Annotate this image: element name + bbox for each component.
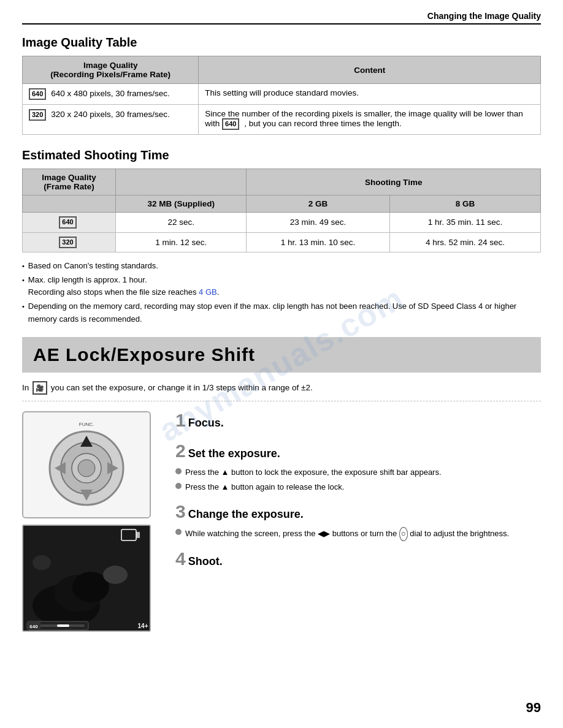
step-3-heading-row: 3 Change the exposure. [175,502,541,525]
step-2-number: 2 [175,442,186,460]
st-row2-col4: 4 hrs. 52 min. 24 sec. [389,232,540,252]
page-container: anymanuals.com Changing the Image Qualit… [0,0,563,728]
animal-photo: 640 14+ [22,525,151,632]
table-row: 640 640 x 480 pixels, 30 frames/sec. Thi… [23,84,541,105]
st-row1-badge: 640 [23,213,116,232]
table-row: 320 1 min. 12 sec. 1 hr. 13 min. 10 sec.… [23,232,541,252]
bullet-dot [175,529,182,535]
badge-640: 640 [29,88,46,100]
step-2-heading-row: 2 Set the exposure. [175,442,541,464]
record-mode-icon: 🎥 [33,381,47,395]
camera-image: FUNC. [22,411,151,518]
st-shooting-time-label: Shooting Time [247,169,541,195]
note-text-1: Based on Canon's testing standards. [28,260,158,273]
step-3-number: 3 [175,502,186,521]
iq-row1-label: 640 640 x 480 pixels, 30 frames/sec. [23,84,199,105]
svg-point-3 [78,460,95,477]
photo-content: 640 14+ [23,526,150,631]
table-row: 640 22 sec. 23 min. 49 sec. 1 hr. 35 min… [23,213,541,232]
badge-640-st: 640 [59,216,76,228]
ae-lock-header-box: AE Lock/Exposure Shift [22,337,541,373]
note-item: • Based on Canon's testing standards. [22,260,541,273]
steps-content: 1 Focus. 2 Set the exposure. Press the ▲… [175,411,541,632]
dial-symbol: ○ [399,527,408,541]
step-2-bullet-1: Press the ▲ button to lock the exposure,… [175,466,541,479]
st-col2-sub: 32 MB (Supplied) [116,195,247,213]
bullet-dot [175,483,182,489]
step-1-number: 1 [175,411,186,430]
svg-text:640: 640 [29,624,38,629]
notes-section: • Based on Canon's testing standards. • … [22,260,541,326]
arrow-lr-icon: ◀▶ [318,528,330,540]
step-1: 1 Focus. [175,411,541,433]
link-4gb: 4 GB [199,287,217,297]
iq-row1-content: This setting will produce standard movie… [199,84,541,105]
iq-col2-header: Content [199,56,541,84]
table-row: 320 320 x 240 pixels, 30 frames/sec. Sin… [23,105,541,135]
st-row2-col2: 1 min. 12 sec. [116,232,247,252]
step-2: 2 Set the exposure. Press the ▲ button t… [175,442,541,494]
page-number: 99 [526,700,541,716]
camera-dial-svg: FUNC. [37,416,136,514]
arrow-up-icon-2: ▲ [221,481,229,494]
badge-320-st: 320 [59,237,76,248]
page-title: Changing the Image Quality [427,11,541,21]
st-col3-header: 2 GB [247,195,390,213]
st-row1-col3: 23 min. 49 sec. [247,213,390,232]
note-text-2: Max. clip length is approx. 1 hour.Recor… [28,274,219,300]
page-header: Changing the Image Quality [22,11,541,25]
step-3-title: Change the exposure. [188,508,304,521]
note-bullet: • [22,301,25,313]
step-1-heading-row: 1 Focus. [175,411,541,433]
svg-rect-19 [57,624,69,627]
note-bullet: • [22,261,25,272]
step-3-bullet-1: While watching the screen, press the ◀▶ … [175,527,541,541]
bullet-dot [175,468,182,474]
iq-row2-label: 320 320 x 240 pixels, 30 frames/sec. [23,105,199,135]
st-col1-sub [23,195,116,213]
note-item: • Depending on the memory card, recordin… [22,300,541,326]
shooting-time-table: Image Quality(Frame Rate) Shooting Time … [22,169,541,252]
svg-text:14+: 14+ [138,623,148,629]
note-item: • Max. clip length is approx. 1 hour.Rec… [22,274,541,300]
svg-point-13 [103,566,128,584]
st-row2-badge: 320 [23,232,116,252]
steps-area: FUNC. [22,411,541,632]
note-text-3: Depending on the memory card, recording … [28,300,541,326]
image-quality-table: Image Quality(Recording Pixels/Frame Rat… [22,56,541,135]
step-4-title: Shoot. [188,555,223,568]
st-row1-col2: 22 sec. [116,213,247,232]
st-col4-header: 8 GB [389,195,540,213]
badge-640-inline: 640 [222,118,239,130]
step-2-body: Press the ▲ button to lock the exposure,… [175,466,541,494]
photo-svg: 640 14+ [23,526,151,632]
step-4: 4 Shoot. [175,550,541,572]
step-4-heading-row: 4 Shoot. [175,550,541,572]
step-2-bullet-2: Press the ▲ button again to release the … [175,481,541,494]
svg-rect-16 [136,532,140,538]
iq-row2-content: Since the number of the recording pixels… [199,105,541,135]
st-col1-header: Image Quality(Frame Rate) [23,169,116,195]
step-4-number: 4 [175,550,186,568]
st-row1-col4: 1 hr. 35 min. 11 sec. [389,213,540,232]
iq-col1-header: Image Quality(Recording Pixels/Frame Rat… [23,56,199,84]
svg-point-14 [33,555,51,570]
step-2-title: Set the exposure. [188,447,280,460]
step-1-title: Focus. [188,417,224,430]
svg-text:FUNC.: FUNC. [79,422,94,427]
st-row2-col3: 1 hr. 13 min. 10 sec. [247,232,390,252]
badge-320: 320 [29,109,46,121]
ae-intro: In 🎥 you can set the exposure, or change… [22,381,541,402]
step-3: 3 Change the exposure. While watching th… [175,502,541,541]
shooting-time-heading: Estimated Shooting Time [22,148,541,162]
arrow-up-icon: ▲ [221,466,229,479]
st-col2-header [116,169,247,195]
step-3-body: While watching the screen, press the ◀▶ … [175,527,541,541]
note-bullet: • [22,275,25,286]
image-quality-heading: Image Quality Table [22,36,541,50]
dial-container: FUNC. [23,412,150,517]
ae-lock-title: AE Lock/Exposure Shift [33,344,530,365]
steps-images: FUNC. [22,411,163,632]
